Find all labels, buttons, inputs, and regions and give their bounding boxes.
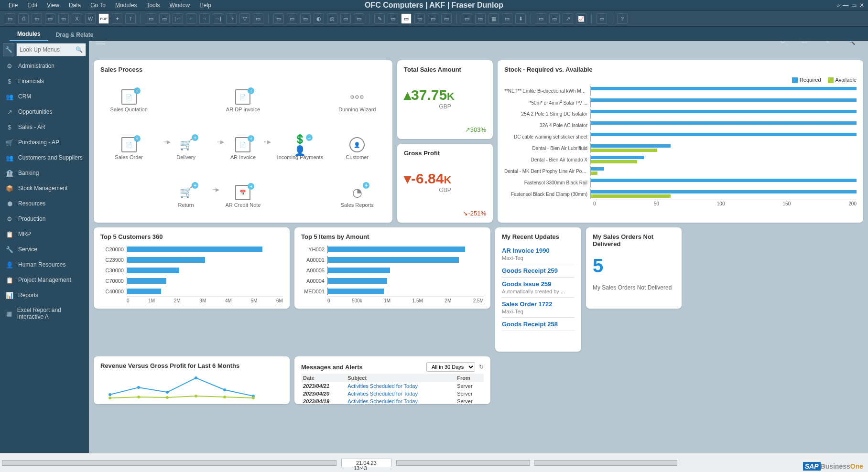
toolbar-word-icon[interactable]: W (85, 13, 96, 24)
menu-tools[interactable]: Tools (141, 1, 164, 10)
refresh-icon[interactable]: ↻ (780, 41, 786, 45)
toolbar-btn-36[interactable]: ▭ (502, 13, 512, 24)
toolbar-btn-35[interactable]: ▦ (488, 13, 499, 24)
update-item[interactable]: AR Invoice 1990Maxi-Teq (502, 244, 575, 264)
node-sales-order[interactable]: 📄+Sales Order (115, 137, 143, 160)
top-items-card[interactable]: Top 5 Items by Amount YH002A00001A00005A… (294, 227, 490, 309)
toolbar-filter-icon[interactable]: ▽ (239, 13, 250, 24)
update-link[interactable]: Sales Order 1722 (502, 300, 575, 308)
update-item[interactable]: Goods Receipt 258 (502, 318, 575, 331)
sidebar-item-customers-and-suppliers[interactable]: 👥Customers and Suppliers (0, 150, 89, 165)
toolbar-btn-11[interactable]: ▭ (146, 13, 156, 24)
customer-bar-row[interactable]: C70000 (100, 276, 283, 286)
item-bar-row[interactable]: YH002 (301, 244, 484, 255)
stock-row[interactable]: Fastensol 3300mm Black Rail (504, 177, 857, 188)
toolbar-btn-28[interactable]: ▭ (388, 13, 398, 24)
toolbar-btn-33[interactable]: ▭ (462, 13, 472, 24)
kpi-total-sales[interactable]: Total Sales Amount ▴37.75K GBP ↗303% (397, 60, 493, 139)
not-delivered-card[interactable]: My Sales Orders Not Delivered 5 My Sales… (586, 227, 682, 309)
update-item[interactable]: Sales Order 1722Maxi-Teq (502, 298, 575, 318)
sidebar-item-production[interactable]: ⚙Production (0, 211, 89, 226)
update-item[interactable]: Goods Issue 259Automatically created by … (502, 278, 575, 298)
stock-row[interactable]: **NET** Emlite Bi-directional kWh Mete..… (504, 85, 857, 97)
edit-icon[interactable]: ✎ (824, 41, 830, 45)
tab-modules[interactable]: Modules (10, 28, 48, 41)
messages-filter-select[interactable]: All in 30 Days (426, 362, 475, 372)
toolbar-help-icon[interactable]: ? (617, 13, 628, 24)
toolbar-lock-icon[interactable]: ⤒ (125, 13, 136, 24)
search-header-icon[interactable]: 🔍 (846, 41, 856, 45)
toolbar-btn-24[interactable]: ⚖ (327, 13, 337, 24)
search-input[interactable] (20, 43, 83, 56)
toolbar-btn-31[interactable]: ▭ (428, 13, 438, 24)
toolbar-btn-12[interactable]: ▭ (159, 13, 170, 24)
stock-row[interactable]: Dental - MK Dent Prophy Line Air Polis..… (504, 165, 857, 177)
folder-icon[interactable]: ▱ (802, 41, 808, 45)
customer-bar-row[interactable]: C40000 (100, 286, 283, 297)
toolbar-btn-26[interactable]: ▭ (354, 13, 364, 24)
toolbar-nav-prev-icon[interactable]: ← (186, 13, 196, 24)
toolbar-btn-38[interactable]: ▭ (536, 13, 546, 24)
tab-drag-relate[interactable]: Drag & Relate (48, 29, 101, 41)
toolbar-btn-27[interactable]: ✎ (374, 13, 385, 24)
col-subject[interactable]: Subject (346, 374, 455, 382)
item-bar-row[interactable]: A00005 (301, 265, 484, 276)
node-ar-invoice[interactable]: ···▸📄+AR Invoice (230, 137, 256, 160)
sidebar-item-purchasing-ap[interactable]: 🛒Purchasing - AP (0, 135, 89, 150)
wrench-icon[interactable]: 🔧 (3, 43, 14, 56)
sidebar-item-service[interactable]: 🔧Service (0, 242, 89, 257)
toolbar-nav-next-icon[interactable]: → (199, 13, 210, 24)
menu-data[interactable]: Data (64, 1, 86, 10)
revenue-card[interactable]: Revenue Versus Gross Profit for Last 6 M… (94, 356, 290, 404)
stock-row[interactable]: 25A 2 Pole 1 String DC Isolator (504, 108, 857, 119)
sidebar-item-resources[interactable]: ⬢Resources (0, 196, 89, 211)
node-incoming-payments[interactable]: ···▸💲👤–Incoming Payments (277, 137, 324, 160)
node-sales-reports[interactable]: ◔+Sales Reports (341, 185, 374, 208)
toolbar-btn-4[interactable]: ▭ (45, 13, 55, 24)
sidebar-item-financials[interactable]: $Financials (0, 74, 89, 89)
stock-row[interactable]: 32A 4 Pole AC Isolator (504, 119, 857, 131)
toolbar-btn-1[interactable]: ▭ (5, 13, 15, 24)
menu-edit[interactable]: Edit (22, 1, 42, 10)
toolbar-btn-40[interactable]: ↗ (563, 13, 573, 24)
toolbar-btn-9[interactable]: ✦ (112, 13, 122, 24)
toolbar-btn-30[interactable]: ▭ (414, 13, 425, 24)
stock-row[interactable]: *50m* of 4mm2 Solar PV ... (504, 97, 857, 108)
toolbar-btn-25[interactable]: ▭ (340, 13, 351, 24)
toolbar-btn-41[interactable]: 📈 (576, 13, 586, 24)
search-icon[interactable]: 🔍 (76, 46, 83, 53)
node-ar-credit-note[interactable]: ···▸📅+AR Credit Note (226, 185, 261, 208)
toolbar-btn-20[interactable]: ▭ (273, 13, 284, 24)
messages-refresh-icon[interactable]: ↻ (479, 364, 484, 370)
menu-view[interactable]: View (42, 1, 64, 10)
window-restore-icon[interactable]: ▭ (851, 2, 857, 9)
status-scroll-2[interactable] (396, 460, 530, 466)
col-date[interactable]: Date (301, 374, 346, 382)
toolbar-btn-2[interactable]: ⎙ (18, 13, 29, 24)
stock-row[interactable]: Fastensol Black End Clamp (30mm) (504, 188, 857, 200)
sidebar-item-sales-ar[interactable]: $Sales - AR (0, 119, 89, 135)
node-customer[interactable]: 👤Customer (346, 137, 369, 160)
toolbar-btn-17[interactable]: ⇢ (226, 13, 237, 24)
message-row[interactable]: 2023/04/21Activities Scheduled for Today… (301, 382, 484, 390)
sidebar-item-excel-report-and-interactive-a[interactable]: ▦Excel Report and Interactive A (0, 303, 89, 324)
toolbar-btn-42[interactable]: ▭ (597, 13, 607, 24)
stock-row[interactable]: DC cable warning set sticker sheet (504, 131, 857, 142)
sidebar-item-opportunities[interactable]: ↗Opportunities (0, 104, 89, 119)
sidebar-item-project-management[interactable]: 📋Project Management (0, 272, 89, 288)
customer-bar-row[interactable]: C20000 (100, 244, 283, 255)
sidebar-item-crm[interactable]: 👥CRM (0, 89, 89, 104)
item-bar-row[interactable]: A00001 (301, 255, 484, 265)
status-scroll-1[interactable] (2, 460, 336, 466)
node-sales-quotation[interactable]: 📄+Sales Quotation (110, 89, 148, 112)
menu-help[interactable]: Help (195, 1, 216, 10)
toolbar-btn-32[interactable]: ▭ (441, 13, 452, 24)
stock-card[interactable]: Stock - Required vs. Available Required … (498, 60, 863, 223)
message-row[interactable]: 2023/04/20Activities Scheduled for Today… (301, 390, 484, 397)
sidebar-item-stock-management[interactable]: 📦Stock Management (0, 181, 89, 196)
node-return[interactable]: 🛒+Return (178, 185, 194, 208)
toolbar-pdf-icon[interactable]: PDF (98, 13, 109, 24)
sidebar-item-administration[interactable]: ⚙Administration (0, 58, 89, 74)
stock-row[interactable]: Dental - Bien Air Lubrifluid (504, 142, 857, 154)
kpi-gross-profit[interactable]: Gross Profit ▾-6.84K GBP ↘-251% (397, 144, 493, 223)
